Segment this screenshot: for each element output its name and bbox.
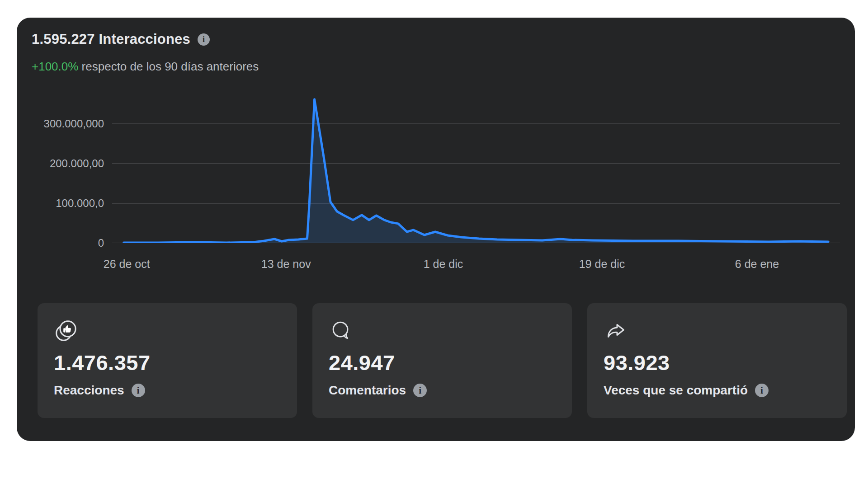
x-axis-label: 19 de dic xyxy=(566,258,638,271)
comments-card: 24.947 Comentarios i xyxy=(312,303,572,418)
shares-card: 93.923 Veces que se compartió i xyxy=(587,303,847,418)
info-icon[interactable]: i xyxy=(198,33,210,46)
info-icon[interactable]: i xyxy=(132,384,145,397)
comments-value: 24.947 xyxy=(329,350,556,375)
x-axis-label: 26 de oct xyxy=(90,258,163,271)
comments-icon xyxy=(329,318,556,345)
header: 1.595.227 Interacciones i xyxy=(32,31,210,47)
interactions-line xyxy=(124,99,828,243)
x-axis-label: 13 de nov xyxy=(250,258,322,271)
delta-percent: +100.0% xyxy=(32,60,78,73)
reactions-value: 1.476.357 xyxy=(54,350,281,375)
y-axis-label: 300.000,000 xyxy=(18,117,104,131)
x-axis-label: 1 de dic xyxy=(407,258,480,271)
shares-label: Veces que se compartió xyxy=(604,383,748,398)
y-axis-label: 0 xyxy=(18,236,104,250)
area-fill xyxy=(124,99,828,243)
shares-icon xyxy=(604,318,830,345)
chart-plot-area xyxy=(112,77,840,243)
y-axis-label: 100.000,0 xyxy=(18,197,104,210)
comparison-subtitle: +100.0% respecto de los 90 días anterior… xyxy=(32,60,259,74)
delta-suffix: respecto de los 90 días anteriores xyxy=(78,60,259,73)
comments-label: Comentarios xyxy=(329,383,406,398)
metric-cards: 1.476.357 Reacciones i 24.947 Comentario… xyxy=(38,303,847,418)
y-axis-label: 200.000,00 xyxy=(18,157,104,170)
reactions-icon xyxy=(54,318,281,345)
shares-value: 93.923 xyxy=(604,350,830,375)
reactions-card: 1.476.357 Reacciones i xyxy=(38,303,297,418)
x-axis-label: 6 de ene xyxy=(721,258,793,271)
info-icon[interactable]: i xyxy=(755,384,769,397)
reactions-label: Reacciones xyxy=(54,383,124,398)
info-icon[interactable]: i xyxy=(413,384,427,397)
insights-panel: 1.595.227 Interacciones i +100.0% respec… xyxy=(17,18,855,441)
interactions-total: 1.595.227 Interacciones xyxy=(32,31,190,47)
interactions-chart: 0100.000,0200.000,00300.000,000 26 de oc… xyxy=(17,77,840,278)
